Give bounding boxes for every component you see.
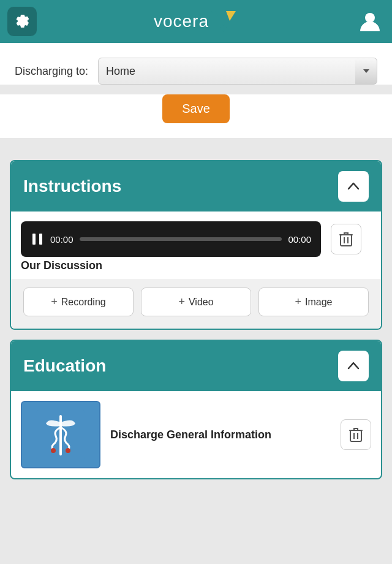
- user-icon: [358, 9, 382, 34]
- audio-player-row: 00:00 00:00: [21, 221, 371, 257]
- svg-rect-5: [341, 235, 352, 246]
- save-row: Save: [0, 94, 392, 138]
- chevron-down-icon[interactable]: [355, 58, 377, 85]
- svg-rect-12: [350, 430, 361, 441]
- logo-icon: [209, 9, 238, 34]
- svg-point-11: [66, 448, 70, 453]
- education-title: Education: [23, 356, 106, 376]
- pause-button[interactable]: [31, 232, 44, 246]
- svg-point-10: [51, 448, 56, 453]
- pause-icon: [31, 232, 44, 246]
- svg-rect-3: [32, 234, 36, 245]
- caduceus-icon: [36, 410, 85, 459]
- gear-icon: [13, 13, 31, 30]
- spacer: [0, 138, 392, 150]
- education-item: Discharge General Information: [11, 391, 381, 478]
- logo-text: vocera: [154, 12, 209, 31]
- svg-rect-4: [39, 234, 42, 245]
- app-logo: vocera: [154, 9, 238, 34]
- discharge-label: Discharging to:: [15, 65, 88, 78]
- audio-title: Our Discussion: [11, 259, 381, 280]
- plus-icon: +: [178, 295, 185, 308]
- audio-time-current: 00:00: [50, 234, 74, 245]
- add-recording-label: Recording: [61, 297, 106, 308]
- audio-progress-bar[interactable]: [80, 237, 282, 241]
- instructions-title: Instructions: [23, 177, 121, 196]
- user-button[interactable]: [355, 7, 385, 36]
- instructions-section: Instructions 00:00 00:00: [10, 160, 382, 330]
- instructions-header: Instructions: [11, 161, 381, 212]
- gear-button[interactable]: [7, 7, 37, 36]
- app-header: vocera: [0, 0, 392, 43]
- education-collapse-button[interactable]: [338, 351, 369, 381]
- discharge-select[interactable]: Home: [98, 58, 356, 85]
- plus-icon: +: [295, 295, 302, 308]
- instructions-collapse-button[interactable]: [338, 171, 369, 202]
- chevron-up-icon: [347, 180, 360, 193]
- discharge-section: Discharging to: Home: [0, 43, 392, 85]
- add-buttons-row: + Recording + Video + Image: [11, 280, 381, 329]
- trash-icon: [349, 427, 363, 443]
- add-video-button[interactable]: + Video: [141, 288, 251, 316]
- audio-delete-button[interactable]: [331, 224, 361, 254]
- discharge-select-wrap: Home: [98, 58, 377, 85]
- add-image-label: Image: [305, 297, 332, 308]
- audio-time-total: 00:00: [288, 234, 311, 245]
- bottom-spacer: [0, 489, 392, 501]
- education-item-title: Discharge General Information: [110, 429, 331, 441]
- add-video-label: Video: [189, 297, 214, 308]
- education-section: Education: [10, 340, 382, 479]
- trash-icon: [339, 231, 353, 247]
- audio-player: 00:00 00:00: [21, 221, 321, 257]
- svg-point-2: [365, 13, 375, 23]
- education-delete-button[interactable]: [341, 419, 371, 450]
- add-image-button[interactable]: + Image: [258, 288, 369, 316]
- education-header: Education: [11, 341, 381, 391]
- discharge-row: Discharging to: Home: [15, 58, 377, 85]
- plus-icon: +: [51, 295, 58, 308]
- education-thumbnail: [21, 401, 100, 468]
- add-recording-button[interactable]: + Recording: [23, 288, 134, 316]
- chevron-up-icon: [347, 359, 360, 373]
- save-button[interactable]: Save: [162, 94, 230, 123]
